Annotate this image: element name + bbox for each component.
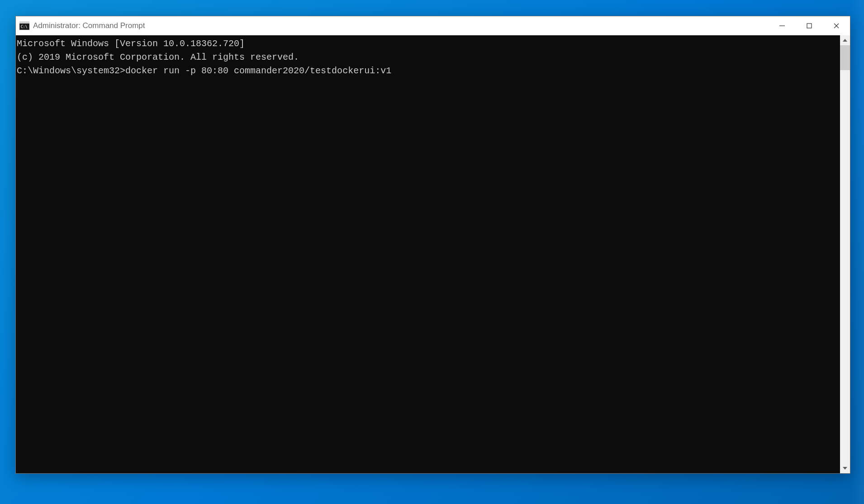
svg-rect-1 bbox=[19, 22, 29, 24]
minimize-button[interactable] bbox=[769, 16, 796, 35]
scroll-track[interactable] bbox=[840, 45, 850, 463]
cmd-icon: C:\ bbox=[19, 21, 29, 31]
command-text: docker run -p 80:80 commander2020/testdo… bbox=[125, 66, 391, 76]
prompt-text: C:\Windows\system32> bbox=[17, 66, 125, 76]
close-icon bbox=[833, 23, 840, 29]
maximize-icon bbox=[806, 23, 812, 29]
titlebar[interactable]: C:\ Administrator: Command Prompt bbox=[16, 16, 850, 35]
close-button[interactable] bbox=[823, 16, 850, 35]
minimize-icon bbox=[779, 23, 785, 29]
console-output[interactable]: Microsoft Windows [Version 10.0.18362.72… bbox=[16, 35, 840, 473]
command-prompt-window: C:\ Administrator: Command Prompt bbox=[15, 16, 850, 474]
svg-text:C:\: C:\ bbox=[21, 25, 28, 29]
chevron-down-icon bbox=[843, 467, 847, 470]
scroll-up-button[interactable] bbox=[840, 35, 850, 45]
svg-rect-4 bbox=[807, 24, 812, 28]
chevron-up-icon bbox=[843, 39, 847, 42]
console-line: Microsoft Windows [Version 10.0.18362.72… bbox=[17, 37, 839, 51]
maximize-button[interactable] bbox=[796, 16, 823, 35]
desktop-background-edge bbox=[850, 0, 864, 504]
window-controls bbox=[769, 16, 850, 35]
console-line: C:\Windows\system32>docker run -p 80:80 … bbox=[17, 64, 839, 78]
vertical-scrollbar[interactable] bbox=[840, 35, 850, 473]
window-title: Administrator: Command Prompt bbox=[33, 21, 769, 30]
scroll-down-button[interactable] bbox=[840, 463, 850, 473]
scroll-thumb[interactable] bbox=[840, 45, 850, 70]
console-area: Microsoft Windows [Version 10.0.18362.72… bbox=[16, 35, 850, 473]
console-line: (c) 2019 Microsoft Corporation. All righ… bbox=[17, 51, 839, 64]
